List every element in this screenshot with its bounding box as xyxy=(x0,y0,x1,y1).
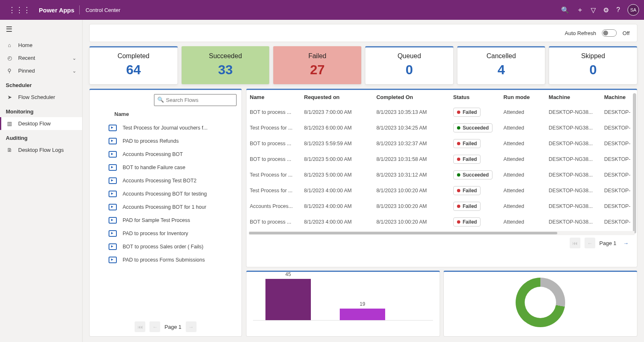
flow-row[interactable]: BOT to process Sales order ( Fails) xyxy=(106,240,237,253)
search-input[interactable] xyxy=(154,94,237,106)
kpi-completed[interactable]: Completed64 xyxy=(89,46,178,85)
flow-name: Test Process for Journal vouchers f... xyxy=(123,125,208,131)
flow-row[interactable]: Accounts Processing BOT xyxy=(106,148,237,161)
cell-requested: 8/1/2023 5:00:00 AM xyxy=(301,151,373,167)
main-content: Auto Refresh Off Completed64Succeeded33F… xyxy=(83,20,644,342)
kpi-succeeded[interactable]: Succeeded33 xyxy=(181,46,270,85)
cell-runmode: Attended xyxy=(500,120,545,136)
cell-machine: DESKTOP-NG38... xyxy=(545,104,601,120)
table-row[interactable]: Test Process for ...8/1/2023 6:00:00 AM8… xyxy=(246,120,637,136)
kpi-title: Completed xyxy=(90,52,178,60)
table-row[interactable]: BOT to process ...8/1/2023 4:00:00 AM8/1… xyxy=(246,214,637,230)
next-page-button[interactable]: → xyxy=(186,321,197,332)
col-status[interactable]: Status xyxy=(450,90,500,104)
cell-requested: 8/1/2023 4:00:00 AM xyxy=(301,183,373,198)
flow-name: Accounts Processing BOT for 1 hour xyxy=(123,204,206,210)
kpi-title: Succeeded xyxy=(182,52,270,60)
horizontal-scrollbar[interactable] xyxy=(249,231,635,235)
nav-item-flow-scheduler[interactable]: ➤Flow Scheduler xyxy=(0,91,82,104)
kpi-queued[interactable]: Queued0 xyxy=(365,46,454,85)
col-name[interactable]: Name xyxy=(246,90,301,104)
cell-completed: 8/1/2023 10:00:20 AM xyxy=(373,183,450,198)
page-label: Page 1 xyxy=(164,324,181,330)
kpi-skipped[interactable]: Skipped0 xyxy=(549,46,637,85)
cell-runmode: Attended xyxy=(500,198,545,214)
status-badge: Succeeded xyxy=(453,170,492,179)
left-nav: ☰ ⌂Home◴Recent⌄⚲Pinned⌄ Scheduler➤Flow S… xyxy=(0,20,83,342)
table-row[interactable]: BOT to process ...8/1/2023 5:59:59 AM8/1… xyxy=(246,136,637,151)
prev-page-button[interactable]: ← xyxy=(149,321,160,332)
col-run-mode[interactable]: Run mode xyxy=(500,90,545,104)
cell-completed: 8/1/2023 10:31:12 AM xyxy=(373,167,450,183)
col-machine[interactable]: Machine xyxy=(601,90,637,104)
donut-chart xyxy=(516,278,565,327)
cell-runmode: Attended xyxy=(500,104,545,120)
status-dot-icon xyxy=(457,173,460,177)
next-page-button[interactable]: → xyxy=(620,238,631,248)
flow-icon xyxy=(109,138,117,144)
flow-icon xyxy=(109,243,117,250)
nav-label: Home xyxy=(18,42,33,48)
kpi-value: 4 xyxy=(457,62,545,78)
flow-row[interactable]: Accounts Processing BOT for testing xyxy=(106,187,237,200)
bar-value-1: 45 xyxy=(285,271,291,277)
nav-label: Recent xyxy=(18,55,35,61)
avatar[interactable]: SA xyxy=(627,4,639,16)
cell-runmode: Attended xyxy=(500,214,545,230)
nav-item-home[interactable]: ⌂Home xyxy=(0,39,82,52)
flow-row[interactable]: PAD to process for Inventory xyxy=(106,227,237,240)
flows-pager: ⏮ ← Page 1 → xyxy=(90,317,242,336)
add-icon[interactable]: ＋ xyxy=(577,6,583,14)
flow-row[interactable]: Accounts Processing BOT for 1 hour xyxy=(106,200,237,214)
auto-refresh-toggle[interactable] xyxy=(602,29,617,37)
kpi-title: Skipped xyxy=(549,52,637,60)
table-row[interactable]: Test Process for ...8/1/2023 5:00:00 AM8… xyxy=(246,167,637,183)
flow-name: Accounts Processing BOT xyxy=(123,151,183,157)
cell-name: Test Process for ... xyxy=(246,183,301,198)
flow-icon xyxy=(109,164,117,171)
flow-row[interactable]: PAD to process Forms Submissions xyxy=(106,253,237,267)
filter-icon[interactable]: ▽ xyxy=(591,6,596,14)
status-badge: Failed xyxy=(453,139,481,148)
cell-status: Succeeded xyxy=(450,120,500,136)
table-row[interactable]: BOT to process ...8/1/2023 7:00:00 AM8/1… xyxy=(246,104,637,120)
status-dot-icon xyxy=(457,158,460,161)
table-row[interactable]: Test Process for ...8/1/2023 4:00:00 AM8… xyxy=(246,183,637,198)
prev-page-button[interactable]: ← xyxy=(585,238,595,248)
divider xyxy=(79,5,80,14)
nav-section-scheduler: Scheduler xyxy=(0,77,82,91)
cell-machine: DESKTOP-NG38... xyxy=(545,214,601,230)
flow-row[interactable]: Test Process for Journal vouchers f... xyxy=(106,121,237,134)
table-row[interactable]: Accounts Proces...8/1/2023 4:00:00 AM8/1… xyxy=(246,198,637,214)
app-name[interactable]: Power Apps xyxy=(39,7,74,14)
nav-item-pinned[interactable]: ⚲Pinned⌄ xyxy=(0,64,82,77)
settings-icon[interactable]: ⚙ xyxy=(603,6,609,14)
flow-row[interactable]: BOT to handle Failure case xyxy=(106,161,237,174)
flow-list[interactable]: Test Process for Journal vouchers f...PA… xyxy=(90,120,242,317)
nav-item-desktop-flow[interactable]: ▥Desktop Flow xyxy=(0,117,82,130)
nav-icon: ⌂ xyxy=(6,42,13,48)
flow-row[interactable]: Accounts Processing Test BOT2 xyxy=(106,174,237,187)
vertical-scrollbar[interactable] xyxy=(633,93,636,234)
flow-row[interactable]: PAD to process Refunds xyxy=(106,134,237,148)
waffle-icon[interactable]: ⋮⋮⋮ xyxy=(5,5,34,14)
cell-requested: 8/1/2023 5:00:00 AM xyxy=(301,167,373,183)
first-page-button[interactable]: ⏮ xyxy=(135,321,145,332)
help-icon[interactable]: ? xyxy=(616,6,620,14)
nav-item-recent[interactable]: ◴Recent⌄ xyxy=(0,52,82,64)
table-row[interactable]: BOT to process ...8/1/2023 5:00:00 AM8/1… xyxy=(246,151,637,167)
status-badge: Succeeded xyxy=(453,123,492,132)
search-icon[interactable]: 🔍 xyxy=(561,6,569,14)
col-requested-on[interactable]: Requested on xyxy=(301,90,373,104)
col-machine[interactable]: Machine xyxy=(545,90,601,104)
nav-item-desktop-flow-logs[interactable]: 🗎Desktop Flow Logs xyxy=(0,144,82,156)
nav-icon: ➤ xyxy=(6,94,13,100)
kpi-failed[interactable]: Failed27 xyxy=(273,46,362,85)
runs-table-card: NameRequested onCompleted OnStatusRun mo… xyxy=(246,89,637,267)
flow-row[interactable]: PAD for Sample Test Process xyxy=(106,214,237,227)
nav-section-monitoring: Monitoring xyxy=(0,104,82,117)
kpi-cancelled[interactable]: Cancelled4 xyxy=(457,46,546,85)
first-page-button[interactable]: ⏮ xyxy=(570,238,580,248)
col-completed-on[interactable]: Completed On xyxy=(373,90,450,104)
hamburger-icon[interactable]: ☰ xyxy=(0,20,82,39)
